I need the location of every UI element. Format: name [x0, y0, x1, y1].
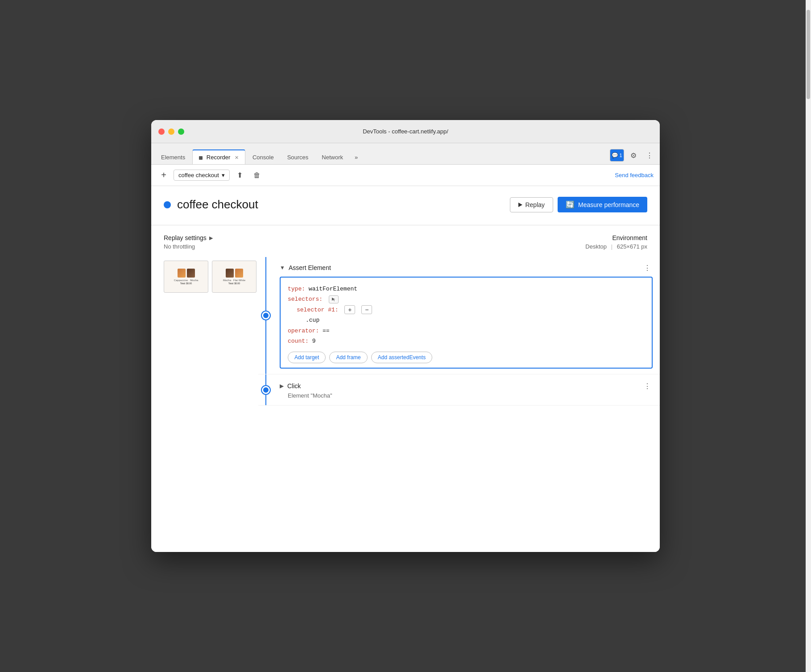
assert-element-step: ▼ Assert Element ⋮ type: waitForElement …	[258, 257, 660, 374]
thumbnail-1[interactable]: Cappuccino Mocha Total: $0.00	[164, 261, 208, 293]
thumbnail-group: Cappuccino Mocha Total: $0.00 Mocha Flat…	[164, 261, 251, 293]
step-more-button-2[interactable]: ⋮	[642, 381, 653, 391]
replay-settings-button[interactable]: Replay settings ▶	[164, 234, 213, 241]
code-selector1-key: selector #1:	[297, 307, 339, 313]
add-asserted-events-button[interactable]: Add assertedEvents	[371, 352, 432, 363]
code-line-selector-value: .cup	[288, 315, 645, 325]
environment-separator: |	[611, 243, 612, 250]
notifications-button[interactable]: 💬 1	[610, 149, 624, 162]
measure-performance-button[interactable]: 🔄 Measure performance	[558, 197, 647, 212]
toolbar: + coffee checkout ▾ ⬆ 🗑 Send feedback	[151, 165, 660, 186]
thumbnail-2-inner: Mocha Flat White Total: $0.00	[212, 261, 256, 292]
recording-status-dot	[164, 201, 171, 208]
recorder-icon	[199, 156, 203, 160]
tab-sources[interactable]: Sources	[281, 150, 315, 164]
selector-add-button[interactable]: +	[344, 305, 355, 314]
coffee-cup-4	[235, 269, 243, 278]
replay-button[interactable]: Replay	[510, 197, 553, 212]
replay-settings-section: Replay settings ▶ No throttling	[164, 234, 213, 250]
coffee-cup-1	[178, 269, 186, 278]
tab-console[interactable]: Console	[246, 150, 280, 164]
step-collapse-arrow[interactable]: ▼	[280, 265, 285, 271]
main-content: coffee checkout Replay 🔄 Measure perform…	[151, 186, 660, 552]
code-type-key: type:	[288, 286, 305, 292]
click-step-header: ▶ Click ⋮	[280, 381, 653, 391]
replay-label: Replay	[525, 201, 545, 208]
assert-element-code-block: type: waitForElement selectors:	[280, 277, 653, 369]
more-options-button[interactable]: ⋮	[643, 149, 656, 162]
settings-arrow-icon: ▶	[209, 235, 213, 241]
dropdown-arrow-icon: ▾	[222, 172, 225, 178]
step-dot-1	[262, 311, 270, 319]
maximize-button[interactable]	[178, 129, 184, 135]
timeline-area: Cappuccino Mocha Total: $0.00 Mocha Flat…	[151, 257, 660, 406]
devtools-window: DevTools - coffee-cart.netlify.app/ Elem…	[151, 120, 660, 552]
trash-icon: 🗑	[253, 171, 261, 179]
coffee-cup-2	[187, 269, 195, 278]
delete-recording-button[interactable]: 🗑	[250, 169, 264, 182]
recording-title: coffee checkout	[177, 198, 510, 212]
tab-recorder[interactable]: Recorder ✕	[192, 149, 245, 164]
step-title-text: Assert Element	[289, 264, 331, 271]
code-operator-value: ==	[323, 328, 330, 334]
thumbnail-1-inner: Cappuccino Mocha Total: $0.00	[164, 261, 208, 292]
tab-close-icon[interactable]: ✕	[235, 155, 239, 160]
add-recording-button[interactable]: +	[157, 169, 170, 182]
code-actions: Add target Add frame Add assertedEvents	[288, 352, 645, 363]
code-line-type: type: waitForElement	[288, 284, 645, 294]
send-feedback-link[interactable]: Send feedback	[615, 172, 654, 178]
thumbnail-total-2: Total: $0.00	[228, 282, 240, 285]
environment-value: Desktop | 625×671 px	[585, 243, 647, 250]
code-count-key: count:	[288, 338, 309, 344]
minimize-button[interactable]	[168, 129, 174, 135]
measure-performance-label: Measure performance	[578, 201, 639, 208]
add-target-button[interactable]: Add target	[288, 352, 326, 363]
click-step-title-text: Click	[287, 382, 301, 390]
throttling-value: No throttling	[164, 243, 213, 250]
click-step-subtitle: Element "Mocha"	[280, 392, 653, 399]
code-count-value: 9	[312, 338, 316, 344]
titlebar-title: DevTools - coffee-cart.netlify.app/	[363, 128, 448, 135]
tabbar: Elements Recorder ✕ Console Sources Netw…	[151, 143, 660, 165]
step-more-button-1[interactable]: ⋮	[642, 262, 653, 273]
close-button[interactable]	[158, 129, 165, 135]
thumbnail-2[interactable]: Mocha Flat White Total: $0.00	[212, 261, 257, 293]
export-button[interactable]: ⬆	[233, 169, 247, 182]
cursor-icon	[331, 297, 336, 302]
coffee-items-display	[178, 269, 195, 278]
sidebar-thumbnails: Cappuccino Mocha Total: $0.00 Mocha Flat…	[151, 257, 258, 406]
selector-minus-button[interactable]: −	[361, 305, 372, 314]
performance-icon: 🔄	[566, 200, 575, 209]
code-line-selectors: selectors:	[288, 294, 645, 304]
coffee-cup-3	[226, 269, 234, 278]
selector-picker-button[interactable]	[329, 295, 339, 303]
coffee-items-display-2	[226, 269, 243, 278]
thumbnail-labels-2: Mocha Flat White	[223, 279, 245, 282]
code-line-selector1: selector #1: + −	[288, 305, 645, 315]
code-operator-key: operator:	[288, 328, 319, 334]
code-line-operator: operator: ==	[288, 326, 645, 336]
upload-icon: ⬆	[237, 171, 243, 179]
code-line-count: count: 9	[288, 336, 645, 346]
notifications-count: 1	[619, 153, 622, 158]
tab-elements[interactable]: Elements	[155, 150, 191, 164]
replay-settings-label-text: Replay settings	[164, 234, 207, 241]
tab-network[interactable]: Network	[315, 150, 349, 164]
environment-device: Desktop	[585, 243, 607, 250]
step-dot-2	[262, 386, 270, 394]
tab-right-actions: 💬 1 ⚙ ⋮	[610, 149, 656, 164]
tab-more-button[interactable]: »	[350, 150, 362, 164]
environment-label: Environment	[585, 234, 647, 241]
thumbnail-total: Total: $0.00	[180, 282, 192, 285]
play-icon	[518, 203, 522, 207]
click-step-collapse-arrow[interactable]: ▶	[280, 383, 284, 389]
recording-header: coffee checkout Replay 🔄 Measure perform…	[164, 197, 647, 212]
recording-name-label: coffee checkout	[178, 172, 219, 178]
settings-button[interactable]: ⚙	[627, 149, 640, 162]
add-frame-button[interactable]: Add frame	[329, 352, 367, 363]
step-title-1: ▼ Assert Element	[280, 264, 331, 271]
recording-selector[interactable]: coffee checkout ▾	[174, 170, 230, 181]
settings-row: Replay settings ▶ No throttling Environm…	[164, 225, 647, 257]
code-type-value: waitForElement	[309, 286, 357, 292]
code-selectors-key: selectors:	[288, 296, 323, 303]
